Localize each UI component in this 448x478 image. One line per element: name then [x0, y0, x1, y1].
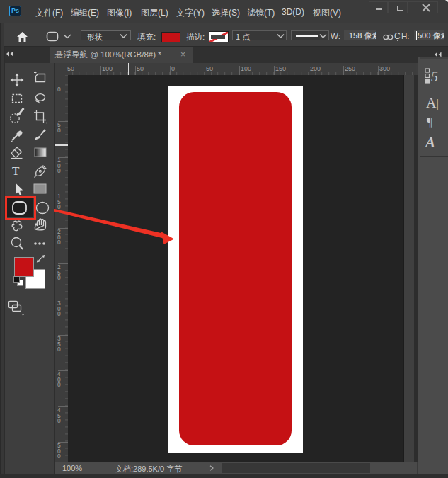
- svg-text:5: 5: [431, 69, 438, 84]
- svg-text:T: T: [12, 164, 20, 178]
